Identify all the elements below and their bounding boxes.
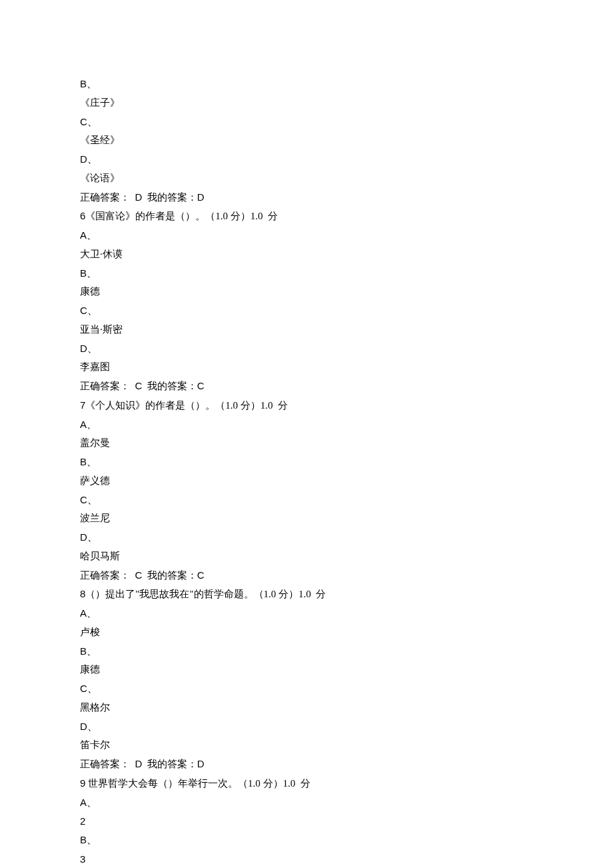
option-letter: A、	[80, 604, 533, 623]
question-prompt: 9 世界哲学大会每（）年举行一次。（1.0 分）1.0 分	[80, 774, 533, 793]
option-text: 3	[80, 850, 533, 868]
option-text: 哈贝马斯	[80, 547, 533, 566]
option-text: 大卫·休谟	[80, 245, 533, 264]
option-text: 黑格尔	[80, 699, 533, 717]
option-text: 萨义德	[80, 472, 533, 491]
option-text: 卢梭	[80, 623, 533, 642]
document-page: B、 《庄子》 C、 《圣经》 D、 《论语》 正确答案： D 我的答案：D 6…	[0, 0, 613, 868]
option-text: 康德	[80, 283, 533, 301]
answer-line: 正确答案： C 我的答案：C	[80, 566, 533, 585]
option-letter: C、	[80, 113, 533, 132]
option-text: 康德	[80, 661, 533, 679]
option-text: 笛卡尔	[80, 736, 533, 755]
option-letter: B、	[80, 75, 533, 94]
option-text: 亚当·斯密	[80, 321, 533, 339]
option-letter: B、	[80, 453, 533, 472]
answer-line: 正确答案： D 我的答案：D	[80, 188, 533, 207]
option-text: 《圣经》	[80, 131, 533, 150]
option-text: 波兰尼	[80, 509, 533, 528]
answer-line: 正确答案： D 我的答案：D	[80, 755, 533, 774]
option-letter: C、	[80, 679, 533, 699]
option-letter: A、	[80, 226, 533, 245]
option-letter: C、	[80, 491, 533, 510]
question-prompt: 8（）提出了"我思故我在"的哲学命题。（1.0 分）1.0 分	[80, 585, 533, 604]
option-text: 盖尔曼	[80, 434, 533, 453]
option-letter: B、	[80, 642, 533, 661]
option-text: 《论语》	[80, 169, 533, 188]
answer-line: 正确答案： C 我的答案：C	[80, 377, 533, 396]
option-letter: D、	[80, 150, 533, 169]
option-letter: A、	[80, 793, 533, 813]
option-letter: A、	[80, 415, 533, 435]
question-prompt: 7《个人知识》的作者是（）。（1.0 分）1.0 分	[80, 396, 533, 415]
question-prompt: 6《国富论》的作者是（）。（1.0 分）1.0 分	[80, 207, 533, 226]
option-text: 李嘉图	[80, 358, 533, 377]
option-letter: D、	[80, 717, 533, 737]
option-letter: C、	[80, 301, 533, 321]
option-letter: B、	[80, 831, 533, 850]
option-text: 2	[80, 812, 533, 831]
option-letter: B、	[80, 264, 533, 283]
option-letter: D、	[80, 339, 533, 359]
option-letter: D、	[80, 528, 533, 547]
option-text: 《庄子》	[80, 94, 533, 113]
